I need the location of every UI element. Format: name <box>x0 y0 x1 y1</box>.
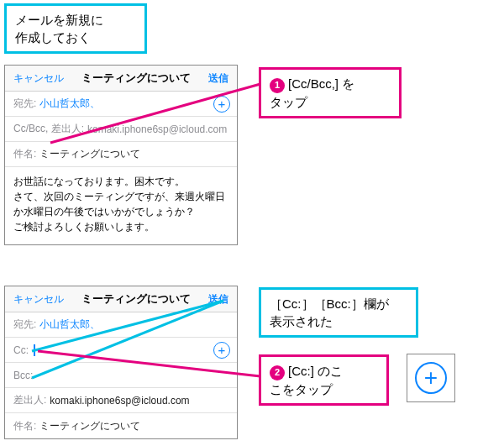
step-number-2: 2 <box>270 365 285 380</box>
send-button[interactable]: 送信 <box>208 71 228 86</box>
compose-title: ミーティングについて <box>81 71 191 86</box>
cc-label: Cc: <box>13 344 29 356</box>
to-label: 宛先: <box>13 97 36 111</box>
bcc-field[interactable]: Bcc: <box>5 363 237 388</box>
subject-field[interactable]: 件名: ミーティングについて <box>5 142 237 167</box>
callout-step2: 2[Cc:] のこ こをタップ <box>259 354 389 406</box>
add-contact-icon[interactable]: + <box>213 96 230 113</box>
cancel-button[interactable]: キャンセル <box>13 71 64 86</box>
note-cc-bcc-shown: ［Cc:］［Bcc:］欄が 表示された <box>259 287 418 338</box>
compose-title-2: ミーティングについて <box>81 291 191 307</box>
plus-circle-icon: + <box>415 362 447 394</box>
note-prepare-mail: メールを新規に 作成しておく <box>4 3 147 54</box>
subject-value: ミーティングについて <box>39 147 140 161</box>
to-field-2[interactable]: 宛先: 小山哲太郎、 <box>5 312 237 338</box>
enlarged-add-contact: + <box>407 354 455 402</box>
ccbcc-value: komaki.iphone6sp@icloud.com <box>87 123 227 135</box>
subject-label: 件名: <box>13 147 36 161</box>
from-value-2: komaki.iphone6sp@icloud.com <box>50 395 189 407</box>
to-value: 小山哲太郎、 <box>39 97 100 111</box>
cc-field[interactable]: Cc: + <box>5 338 237 363</box>
to-field[interactable]: 宛先: 小山哲太郎、 + <box>5 92 237 117</box>
from-field-2[interactable]: 差出人: komaki.iphone6sp@icloud.com <box>5 388 237 413</box>
text-cursor <box>34 344 35 356</box>
callout-step1: 1[Cc/Bcc,] を タップ <box>259 67 402 118</box>
note-mid-text: ［Cc:］［Bcc:］欄が 表示された <box>270 296 389 328</box>
mail-compose-panel-1: キャンセル ミーティングについて 送信 宛先: 小山哲太郎、 + Cc/Bcc,… <box>4 65 238 245</box>
send-button-2[interactable]: 送信 <box>208 292 228 307</box>
note-text: メールを新規に 作成しておく <box>15 13 103 45</box>
mail-compose-panel-2: キャンセル ミーティングについて 送信 宛先: 小山哲太郎、 Cc: + Bcc… <box>4 286 238 439</box>
add-cc-contact-icon[interactable]: + <box>213 342 230 359</box>
bcc-label: Bcc: <box>13 370 33 381</box>
compose-header: キャンセル ミーティングについて 送信 <box>5 66 237 92</box>
step-number-1: 1 <box>270 78 285 93</box>
ccbcc-label: Cc/Bcc, 差出人: <box>13 122 84 136</box>
subject-value-2: ミーティングについて <box>39 419 140 433</box>
subject-field-2[interactable]: 件名: ミーティングについて <box>5 413 237 438</box>
subject-label-2: 件名: <box>13 419 36 433</box>
to-value-2: 小山哲太郎、 <box>39 317 100 332</box>
to-label-2: 宛先: <box>13 317 36 332</box>
compose-header-2: キャンセル ミーティングについて 送信 <box>5 286 237 312</box>
ccbcc-from-field[interactable]: Cc/Bcc, 差出人: komaki.iphone6sp@icloud.com <box>5 117 237 142</box>
from-label-2: 差出人: <box>13 393 46 407</box>
mail-body[interactable]: お世話になっております。困木です。 さて、次回のミーティングですが、来週火曜日か… <box>5 167 237 244</box>
cancel-button-2[interactable]: キャンセル <box>13 292 64 307</box>
